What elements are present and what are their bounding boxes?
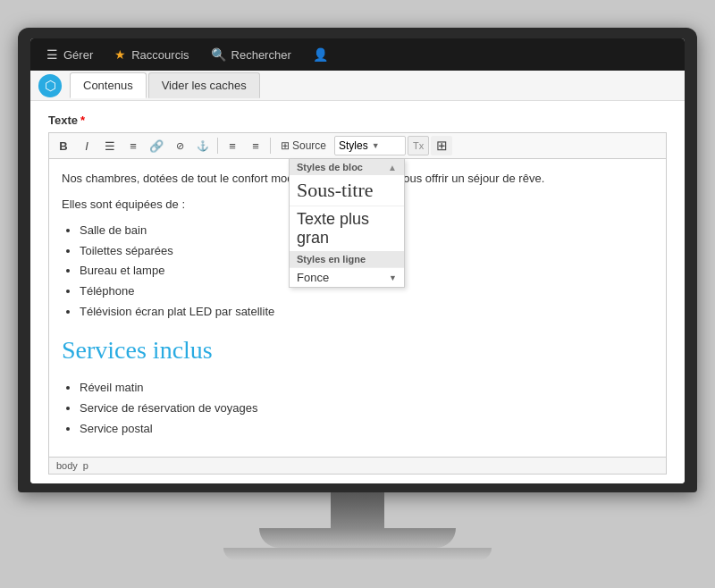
field-label: Texte * — [48, 113, 667, 127]
user-icon: 👤 — [313, 47, 328, 62]
dropdown-inline-label: Styles en ligne — [297, 254, 366, 265]
dropdown-bloc-header: Styles de bloc ▲ — [290, 159, 404, 175]
list-item: Service postal — [80, 420, 653, 439]
nav-manage[interactable]: ☰ Gérer — [38, 44, 102, 65]
chevron-down-icon: ▼ — [372, 141, 380, 150]
monitor-neck — [331, 492, 384, 528]
statusbar-p: p — [83, 460, 88, 471]
monitor-base — [259, 528, 456, 548]
source-label: Source — [292, 139, 326, 152]
screen: ☰ Gérer ★ Raccourcis 🔍 Rechercher 👤 — [30, 38, 685, 483]
list-ul-button[interactable]: ≡ — [222, 136, 243, 155]
field-label-text: Texte — [48, 113, 78, 127]
link-button[interactable]: 🔗 — [146, 136, 167, 155]
styles-select[interactable]: Styles ▼ — [334, 136, 406, 155]
sub-nav: ⬡ Contenus Vider les caches — [30, 71, 685, 101]
format-clear-label: Tx — [413, 140, 424, 151]
hamburger-icon: ☰ — [46, 47, 58, 62]
chevron-down-icon-dropdown: ▼ — [389, 273, 397, 282]
required-marker: * — [80, 113, 85, 127]
monitor-foot — [223, 548, 492, 560]
scroll-up-btn[interactable]: ▲ — [388, 163, 397, 172]
dropdown-sous-titre[interactable]: Sous-titre — [290, 175, 404, 206]
styles-dropdown: Styles de bloc ▲ Sous-titre Texte plus g… — [289, 159, 405, 288]
format-clear-button[interactable]: Tx — [408, 136, 429, 155]
svg-text:⬡: ⬡ — [45, 77, 56, 92]
divider-1 — [217, 138, 218, 154]
dropdown-bloc-label: Styles de bloc — [297, 162, 363, 172]
tab-contenus[interactable]: Contenus — [70, 72, 147, 98]
monitor-bezel: ☰ Gérer ★ Raccourcis 🔍 Rechercher 👤 — [18, 28, 697, 492]
star-icon: ★ — [114, 47, 126, 62]
search-label: Rechercher — [231, 48, 291, 62]
contenus-label: Contenus — [83, 79, 133, 92]
editor-toolbar: B I ☰ ≡ 🔗 ⊘ ⚓ ≡ ≡ ⊞ Source — [48, 132, 667, 158]
editor-area-wrapper: Nos chambres, dotées de tout le confort … — [48, 158, 667, 458]
main-content: Texte * B I ☰ ≡ 🔗 ⊘ ⚓ ≡ ≡ — [30, 101, 685, 483]
list-ol-button[interactable]: ≡ — [245, 136, 266, 155]
italic-button[interactable]: I — [76, 136, 97, 155]
tab-vider-caches[interactable]: Vider les caches — [148, 72, 260, 98]
dropdown-inline-header: Styles en ligne — [290, 251, 404, 267]
services-list: Réveil matin Service de réservation de v… — [80, 379, 653, 438]
nav-shortcuts[interactable]: ★ Raccourcis — [105, 44, 198, 65]
top-nav: ☰ Gérer ★ Raccourcis 🔍 Rechercher 👤 — [30, 38, 685, 71]
services-heading: Services inclus — [62, 331, 653, 371]
nav-user[interactable]: 👤 — [304, 44, 337, 65]
fonce-label: Fonce — [297, 271, 329, 284]
drupal-logo: ⬡ — [38, 73, 63, 98]
unlink-button[interactable]: ⊘ — [169, 136, 190, 155]
editor-statusbar: body p — [48, 458, 667, 475]
nav-search[interactable]: 🔍 Rechercher — [202, 44, 300, 65]
statusbar-body: body — [56, 460, 78, 471]
table-button[interactable]: ⊞ — [431, 136, 452, 155]
list-item: Télévision écran plat LED par satellite — [80, 303, 653, 322]
dropdown-fonce[interactable]: Fonce ▼ — [290, 267, 404, 287]
styles-label: Styles — [339, 139, 368, 152]
manage-label: Gérer — [63, 48, 93, 62]
list-item: Réveil matin — [80, 379, 653, 398]
dropdown-texte-plus-grand[interactable]: Texte plus gran — [290, 206, 404, 251]
search-icon: 🔍 — [211, 47, 226, 62]
list-item: Service de réservation de voyages — [80, 399, 653, 418]
align-center-button[interactable]: ≡ — [122, 136, 144, 155]
vider-caches-label: Vider les caches — [162, 79, 247, 92]
source-icon: ⊞ — [281, 139, 290, 152]
anchor-button[interactable]: ⚓ — [192, 136, 214, 155]
divider-2 — [270, 138, 271, 154]
bold-button[interactable]: B — [53, 136, 74, 155]
monitor-wrapper: ☰ Gérer ★ Raccourcis 🔍 Rechercher 👤 — [18, 28, 697, 560]
source-button[interactable]: ⊞ Source — [274, 137, 332, 155]
shortcuts-label: Raccourcis — [131, 48, 189, 62]
align-left-button[interactable]: ☰ — [99, 136, 121, 155]
